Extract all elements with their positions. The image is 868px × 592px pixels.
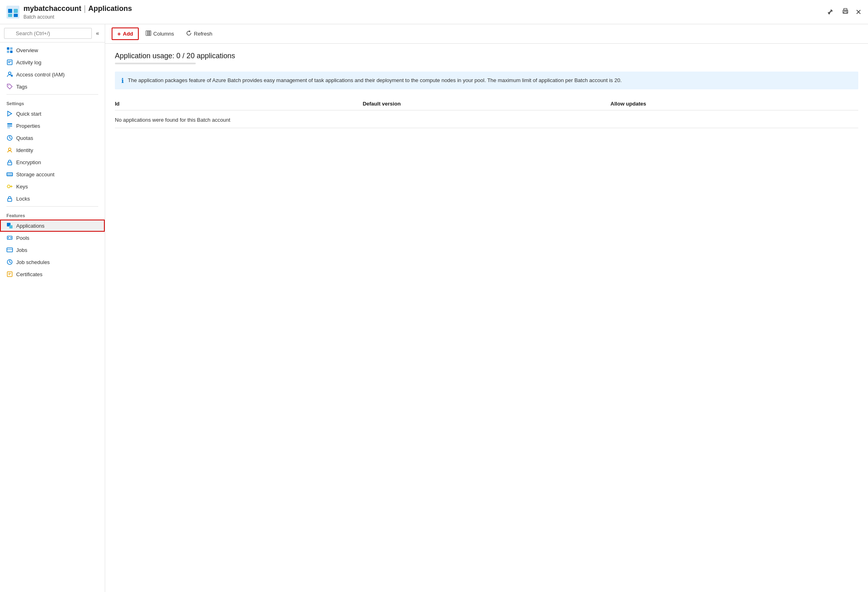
quick-start-label: Quick start [16, 111, 41, 117]
sidebar-item-storage-account[interactable]: Storage account [0, 168, 105, 180]
search-input[interactable] [4, 28, 92, 39]
pools-label: Pools [16, 235, 30, 241]
access-control-label: Access control (IAM) [16, 72, 65, 78]
quotas-label: Quotas [16, 135, 33, 141]
svg-point-36 [11, 237, 12, 239]
toolbar: + Add Columns Refresh [105, 24, 868, 44]
svg-rect-26 [8, 162, 12, 165]
tags-label: Tags [16, 84, 27, 90]
svg-rect-22 [7, 125, 12, 127]
sidebar-item-activity-log[interactable]: Activity log [0, 56, 105, 68]
svg-rect-44 [148, 31, 149, 36]
sidebar-item-quick-start[interactable]: Quick start [0, 108, 105, 120]
svg-point-16 [8, 72, 11, 74]
columns-icon [146, 30, 151, 37]
quick-start-icon [6, 110, 13, 117]
sidebar-item-certificates[interactable]: Certificates [0, 268, 105, 280]
quotas-icon [6, 135, 13, 141]
features-section-label: Features [0, 208, 105, 220]
settings-section-label: Settings [0, 96, 105, 108]
refresh-icon [186, 30, 192, 37]
svg-rect-21 [7, 123, 12, 125]
header-subtitle: Batch account [23, 14, 132, 20]
overview-label: Overview [16, 47, 38, 53]
svg-rect-9 [7, 47, 9, 50]
encryption-label: Encryption [16, 159, 41, 165]
job-schedules-icon [6, 259, 13, 265]
sidebar-item-locks[interactable]: Locks [0, 192, 105, 205]
storage-account-label: Storage account [16, 171, 55, 178]
svg-point-25 [8, 148, 11, 150]
certificates-icon [6, 271, 13, 277]
sidebar: 🔍 « Overview Activity log [0, 24, 105, 592]
svg-rect-7 [844, 12, 847, 13]
locks-label: Locks [16, 196, 30, 202]
print-button[interactable] [840, 6, 851, 18]
svg-rect-4 [14, 14, 18, 17]
certificates-label: Certificates [16, 271, 42, 277]
sidebar-item-overview[interactable]: Overview [0, 44, 105, 56]
properties-label: Properties [16, 123, 40, 129]
info-icon: ℹ [121, 77, 124, 85]
storage-icon [6, 171, 13, 178]
keys-icon [6, 183, 13, 190]
features-divider [6, 206, 98, 207]
columns-button[interactable]: Columns [140, 28, 179, 40]
add-plus-icon: + [117, 30, 121, 37]
svg-rect-40 [7, 272, 12, 277]
overview-icon [6, 47, 13, 53]
sidebar-search-area: 🔍 « [0, 24, 105, 42]
sidebar-item-identity[interactable]: Identity [0, 144, 105, 156]
svg-rect-33 [9, 225, 13, 228]
table-header: Id Default version Allow updates [115, 97, 858, 110]
close-button[interactable]: ✕ [855, 6, 862, 18]
properties-icon [6, 123, 13, 129]
svg-rect-37 [7, 248, 13, 252]
identity-icon [6, 147, 13, 153]
sidebar-item-encryption[interactable]: Encryption [0, 156, 105, 168]
svg-rect-10 [10, 47, 13, 50]
sidebar-item-applications[interactable]: Applications [0, 220, 105, 232]
activity-log-icon [6, 59, 13, 66]
svg-rect-31 [8, 199, 12, 201]
table-empty-message: No applications were found for this Batc… [115, 112, 858, 128]
sidebar-item-job-schedules[interactable]: Job schedules [0, 256, 105, 268]
sidebar-item-properties[interactable]: Properties [0, 120, 105, 132]
sidebar-item-access-control[interactable]: + Access control (IAM) [0, 68, 105, 80]
col-default-version: Default version [363, 101, 611, 107]
batch-account-icon [6, 6, 19, 19]
app-container: mybatchaccount | Applications Batch acco… [0, 0, 868, 592]
sidebar-item-keys[interactable]: Keys [0, 180, 105, 192]
add-label: Add [123, 31, 133, 37]
sidebar-item-tags[interactable]: Tags [0, 80, 105, 93]
applications-icon [6, 222, 13, 229]
page-content: Application usage: 0 / 20 applications ℹ… [105, 44, 868, 592]
svg-rect-2 [14, 9, 18, 13]
svg-rect-12 [10, 51, 13, 53]
svg-rect-3 [8, 14, 12, 17]
keys-label: Keys [16, 184, 28, 190]
sidebar-item-quotas[interactable]: Quotas [0, 132, 105, 144]
page-title: Application usage: 0 / 20 applications [115, 52, 858, 60]
iam-icon: + [6, 71, 13, 78]
svg-rect-45 [150, 31, 151, 36]
search-wrapper: 🔍 [4, 28, 92, 39]
locks-icon [6, 195, 13, 202]
pools-icon [6, 235, 13, 241]
info-box: ℹ The application packages feature of Az… [115, 72, 858, 89]
sidebar-item-pools[interactable]: Pools [0, 232, 105, 244]
sidebar-item-jobs[interactable]: Jobs [0, 244, 105, 256]
settings-divider [6, 94, 98, 95]
svg-rect-13 [7, 60, 12, 65]
header-actions: ✕ [825, 6, 862, 18]
add-button[interactable]: + Add [112, 27, 139, 40]
header-separator: | [84, 4, 86, 13]
pin-button[interactable] [825, 6, 835, 18]
refresh-button[interactable]: Refresh [181, 28, 218, 40]
info-text: The application packages feature of Azur… [128, 76, 622, 85]
header: mybatchaccount | Applications Batch acco… [0, 0, 868, 24]
collapse-button[interactable]: « [93, 27, 102, 39]
svg-point-8 [847, 11, 847, 11]
account-name: mybatchaccount [23, 4, 81, 13]
svg-rect-1 [8, 9, 12, 13]
